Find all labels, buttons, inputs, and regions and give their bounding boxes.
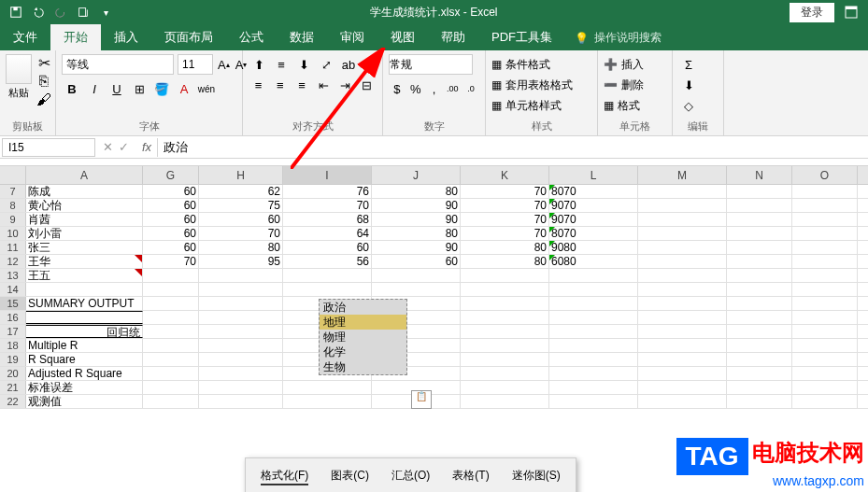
- cell[interactable]: [143, 283, 199, 296]
- cell[interactable]: [461, 353, 549, 366]
- cell[interactable]: [638, 339, 727, 352]
- cell[interactable]: 观测值: [26, 395, 143, 408]
- cell[interactable]: [638, 325, 727, 338]
- tab-help[interactable]: 帮助: [428, 24, 478, 50]
- cell[interactable]: [727, 381, 792, 394]
- cell[interactable]: 回归统: [26, 325, 143, 338]
- cell[interactable]: 王五: [26, 269, 143, 282]
- cell[interactable]: 8070: [549, 185, 638, 198]
- currency-icon[interactable]: $: [389, 78, 406, 99]
- bold-button[interactable]: B: [62, 78, 82, 99]
- row-header[interactable]: 16: [0, 311, 26, 324]
- cell[interactable]: [283, 269, 372, 282]
- cell[interactable]: [792, 311, 858, 324]
- cell[interactable]: [143, 311, 199, 324]
- fill-icon[interactable]: ⬇: [678, 75, 699, 95]
- cell[interactable]: 80: [461, 255, 549, 268]
- cell[interactable]: 张三: [26, 241, 143, 254]
- cell[interactable]: [143, 395, 199, 408]
- cell[interactable]: 70: [461, 227, 549, 240]
- align-right-icon[interactable]: ≡: [292, 75, 311, 95]
- ctx-table[interactable]: 表格(T): [452, 468, 489, 485]
- align-center-icon[interactable]: ≡: [270, 75, 290, 95]
- cell[interactable]: [199, 339, 283, 352]
- cell[interactable]: [372, 269, 461, 282]
- ctx-spark[interactable]: 迷你图(S): [512, 468, 561, 485]
- cell[interactable]: [199, 311, 283, 324]
- cell[interactable]: 70: [143, 255, 199, 268]
- cell[interactable]: [143, 381, 199, 394]
- format-painter-icon[interactable]: 🖌: [36, 91, 52, 108]
- cell[interactable]: 80: [372, 185, 461, 198]
- font-name-select[interactable]: [62, 54, 174, 75]
- cell[interactable]: [727, 241, 792, 254]
- cell[interactable]: [199, 269, 283, 282]
- cell[interactable]: 60: [143, 227, 199, 240]
- cell[interactable]: Adjusted R Square: [26, 367, 143, 380]
- conditional-format-button[interactable]: ▦条件格式: [491, 54, 591, 75]
- row-header[interactable]: 21: [0, 381, 26, 394]
- cell[interactable]: [792, 213, 858, 226]
- cell[interactable]: 80: [372, 227, 461, 240]
- row-header[interactable]: 15: [0, 297, 26, 310]
- cell[interactable]: [638, 367, 727, 380]
- login-button[interactable]: 登录: [790, 3, 834, 22]
- increase-decimal-icon[interactable]: .00: [444, 78, 461, 99]
- col-header[interactable]: G: [143, 166, 199, 184]
- cell[interactable]: [792, 269, 858, 282]
- cell[interactable]: [727, 185, 792, 198]
- row-header[interactable]: 12: [0, 255, 26, 268]
- cell[interactable]: [143, 353, 199, 366]
- underline-button[interactable]: U: [107, 78, 127, 99]
- col-header[interactable]: L: [549, 166, 638, 184]
- cell[interactable]: 62: [199, 185, 283, 198]
- increase-font-icon[interactable]: A▴: [217, 54, 231, 75]
- ctx-chart[interactable]: 图表(C): [331, 468, 369, 485]
- cell[interactable]: 75: [199, 199, 283, 212]
- cell[interactable]: R Square: [26, 353, 143, 366]
- orientation-icon[interactable]: ⤢: [316, 54, 336, 75]
- enter-formula-icon[interactable]: ✓: [119, 140, 129, 154]
- cell[interactable]: [727, 269, 792, 282]
- align-middle-icon[interactable]: ≡: [271, 54, 292, 75]
- cut-icon[interactable]: ✂: [36, 54, 52, 71]
- tab-formula[interactable]: 公式: [226, 24, 277, 50]
- cell[interactable]: [727, 325, 792, 338]
- cell[interactable]: [638, 269, 727, 282]
- cell[interactable]: 70: [461, 199, 549, 212]
- row-header[interactable]: 7: [0, 185, 26, 198]
- italic-button[interactable]: I: [84, 78, 105, 99]
- name-box[interactable]: [2, 138, 95, 157]
- cell[interactable]: 60: [283, 241, 372, 254]
- cancel-formula-icon[interactable]: ✕: [103, 140, 113, 154]
- cell[interactable]: [638, 353, 727, 366]
- copy-icon[interactable]: ⎘: [36, 73, 52, 90]
- cell-style-button[interactable]: ▦单元格样式: [491, 95, 591, 116]
- delete-cell-button[interactable]: ➖删除: [604, 75, 666, 95]
- decrease-decimal-icon[interactable]: .0: [462, 78, 479, 99]
- comma-icon[interactable]: ,: [426, 78, 443, 99]
- cell[interactable]: [792, 199, 858, 212]
- cell[interactable]: [549, 381, 638, 394]
- cell[interactable]: [283, 395, 372, 408]
- cell[interactable]: [461, 283, 549, 296]
- tab-file[interactable]: 文件: [0, 24, 50, 50]
- ctx-format[interactable]: 格式化(F): [261, 468, 308, 485]
- select-all-corner[interactable]: [0, 166, 26, 184]
- cell[interactable]: [792, 325, 858, 338]
- cell[interactable]: 90: [372, 213, 461, 226]
- cell[interactable]: [727, 311, 792, 324]
- wrap-text-icon[interactable]: ab: [338, 54, 359, 75]
- cell[interactable]: [461, 381, 549, 394]
- col-header[interactable]: H: [199, 166, 283, 184]
- cell[interactable]: 80: [199, 241, 283, 254]
- cell[interactable]: [372, 283, 461, 296]
- cell[interactable]: [199, 297, 283, 310]
- cell[interactable]: 68: [283, 213, 372, 226]
- cell[interactable]: [143, 269, 199, 282]
- cell[interactable]: [549, 297, 638, 310]
- qat-more-icon[interactable]: [73, 2, 93, 22]
- cell[interactable]: 刘小雷: [26, 227, 143, 240]
- redo-icon[interactable]: [50, 2, 71, 22]
- cell[interactable]: [727, 395, 792, 408]
